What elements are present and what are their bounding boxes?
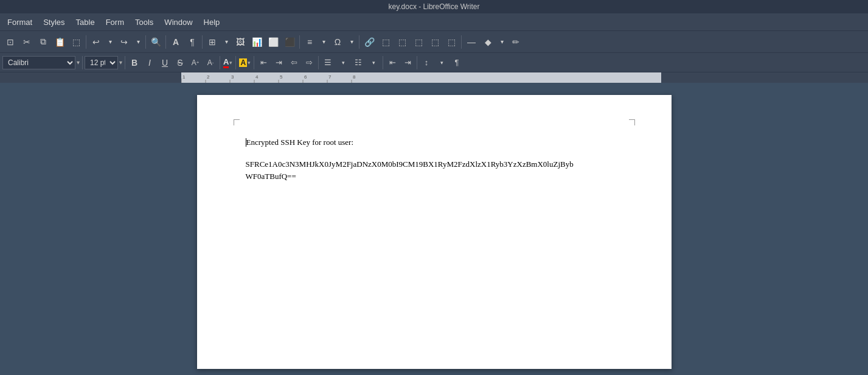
redo-button[interactable]: ↪ (116, 34, 132, 50)
title-bar: key.docx - LibreOffice Writer (0, 0, 868, 13)
navigator-button[interactable]: ⬚ (427, 34, 443, 50)
increase-indent-button[interactable]: ⇥ (400, 55, 415, 70)
italic-button[interactable]: I (142, 55, 157, 70)
menu-window[interactable]: Window (159, 16, 197, 28)
undo-dropdown[interactable]: ▾ (105, 34, 116, 50)
char-highlight-icon: A (239, 58, 247, 67)
sep6 (359, 35, 359, 49)
svg-text:4: 4 (255, 74, 259, 80)
fmt-sep3 (235, 56, 236, 69)
menu-help[interactable]: Help (199, 16, 225, 28)
heading-text: Encrypted SSH Key for root user: (246, 138, 354, 147)
freeform-button[interactable]: ✏ (508, 34, 524, 50)
special-char-button[interactable]: Ω (330, 34, 345, 50)
fmt-sep2 (220, 56, 220, 69)
page-content: Encrypted SSH Key for root user: SFRCe1A… (246, 138, 623, 182)
ruler: 1 2 3 4 5 6 7 8 (0, 72, 868, 83)
alignment-dropdown[interactable]: ▾ (318, 34, 329, 50)
sep7 (461, 35, 462, 49)
menu-form[interactable]: Form (101, 16, 129, 28)
sep5 (299, 35, 300, 49)
document-key: SFRCe1A0c3N3MHJkX0JyM2FjaDNzX0M0bI9CM19B… (246, 158, 623, 182)
shapes-dropdown[interactable]: ▾ (496, 34, 507, 50)
para-spacing-button[interactable]: ↕ (419, 55, 434, 70)
menu-tools[interactable]: Tools (130, 16, 158, 28)
align-left-button[interactable]: ⇤ (256, 55, 271, 70)
font-selector[interactable]: Calibri (2, 56, 75, 69)
para-style-button[interactable]: ¶ (450, 55, 464, 70)
justify-button[interactable]: ⇨ (302, 55, 316, 70)
ordered-list-dropdown[interactable]: ▾ (366, 55, 381, 70)
font-color-button[interactable]: A ▾ (222, 57, 234, 69)
textbox-button[interactable]: ⬜ (265, 34, 281, 50)
corner-tl (234, 119, 240, 125)
alignment-button[interactable]: ≡ (302, 34, 318, 50)
gallery-button[interactable]: ⬚ (443, 34, 459, 50)
char-highlight-dropdown[interactable]: ▾ (248, 60, 251, 66)
align-right-button[interactable]: ⇦ (286, 55, 301, 70)
strikethrough-button[interactable]: S (173, 55, 187, 70)
key-line1: SFRCe1A0c3N3MHJkX0JyM2FjaDNzX0M0bI9CM19B… (246, 159, 574, 169)
copy-button[interactable]: ⧉ (35, 34, 51, 50)
bold-button[interactable]: B (127, 55, 142, 70)
image-button[interactable]: 🖼 (232, 34, 248, 50)
clone-button[interactable]: ⬚ (68, 34, 84, 50)
cross-ref-button[interactable]: ⬚ (378, 34, 394, 50)
ruler-left-margin (0, 72, 181, 83)
para-spacing-dropdown[interactable]: ▾ (434, 55, 449, 70)
svg-text:3: 3 (231, 74, 234, 80)
formatting-toolbar: Calibri ▾ 12 pt ▾ B I U S A+ A- A ▾ A ▾ … (0, 52, 868, 72)
ordered-list-button[interactable]: ☷ (351, 55, 366, 70)
hyperlink-button[interactable]: 🔗 (361, 34, 377, 50)
document-area: Encrypted SSH Key for root user: SFRCe1A… (0, 83, 868, 375)
sep1 (86, 35, 86, 49)
shapes-button[interactable]: ◆ (480, 34, 496, 50)
fmt-sep4 (254, 56, 254, 69)
insert-frame-button[interactable]: ⬛ (282, 34, 297, 50)
font-color-dropdown[interactable]: ▾ (229, 60, 232, 66)
footnote-button[interactable]: ⬚ (394, 34, 410, 50)
font-size-selector[interactable]: 12 pt (85, 56, 118, 69)
subscript-button[interactable]: A- (203, 55, 218, 70)
align-center-button[interactable]: ⇥ (271, 55, 286, 70)
ruler-right-margin (661, 72, 868, 83)
key-line2: WF0aTBufQ== (246, 172, 296, 181)
decrease-indent-button[interactable]: ⇤ (385, 55, 400, 70)
fmt-sep1 (125, 56, 125, 69)
ruler-active[interactable]: 1 2 3 4 5 6 7 8 (181, 72, 661, 83)
menu-styles[interactable]: Styles (38, 16, 69, 28)
page-break-button[interactable]: ⬚ (411, 34, 426, 50)
special-char-dropdown[interactable]: ▾ (346, 34, 357, 50)
document-heading: Encrypted SSH Key for root user: (246, 138, 623, 147)
redo-dropdown[interactable]: ▾ (133, 34, 144, 50)
fmt-sep0 (82, 56, 83, 69)
cut-button[interactable]: ✂ (19, 34, 35, 50)
font-dropdown-arrow: ▾ (77, 59, 80, 66)
main-toolbar: ⊡ ✂ ⧉ 📋 ⬚ ↩ ▾ ↪ ▾ 🔍 A ¶ ⊞ ▾ 🖼 📊 ⬜ ⬛ ≡ ▾ … (0, 30, 868, 52)
new-button[interactable]: ⊡ (2, 34, 18, 50)
window-title: key.docx - LibreOffice Writer (388, 2, 479, 11)
formatting-marks-button[interactable]: ¶ (184, 34, 200, 50)
char-highlight-button[interactable]: A ▾ (238, 58, 252, 68)
table-button[interactable]: ⊞ (204, 34, 220, 50)
list-button[interactable]: ☰ (321, 55, 335, 70)
font-size-dropdown-arrow: ▾ (119, 59, 122, 66)
superscript-button[interactable]: A+ (188, 55, 203, 70)
table-dropdown[interactable]: ▾ (221, 34, 232, 50)
horizontal-line-button[interactable]: — (464, 34, 479, 50)
chart-button[interactable]: 📊 (249, 34, 265, 50)
undo-button[interactable]: ↩ (88, 34, 104, 50)
fmt-sep6 (383, 56, 383, 69)
find-button[interactable]: 🔍 (148, 34, 164, 50)
svg-text:7: 7 (328, 74, 332, 80)
document-page[interactable]: Encrypted SSH Key for root user: SFRCe1A… (197, 95, 672, 369)
fmt-sep5 (318, 56, 319, 69)
menu-table[interactable]: Table (71, 16, 100, 28)
list-dropdown[interactable]: ▾ (336, 55, 350, 70)
svg-text:5: 5 (280, 74, 283, 80)
paste-button[interactable]: 📋 (52, 34, 68, 50)
styles-button[interactable]: A (168, 34, 184, 50)
sep4 (202, 35, 203, 49)
underline-button[interactable]: U (158, 55, 172, 70)
menu-format[interactable]: Format (2, 16, 37, 28)
